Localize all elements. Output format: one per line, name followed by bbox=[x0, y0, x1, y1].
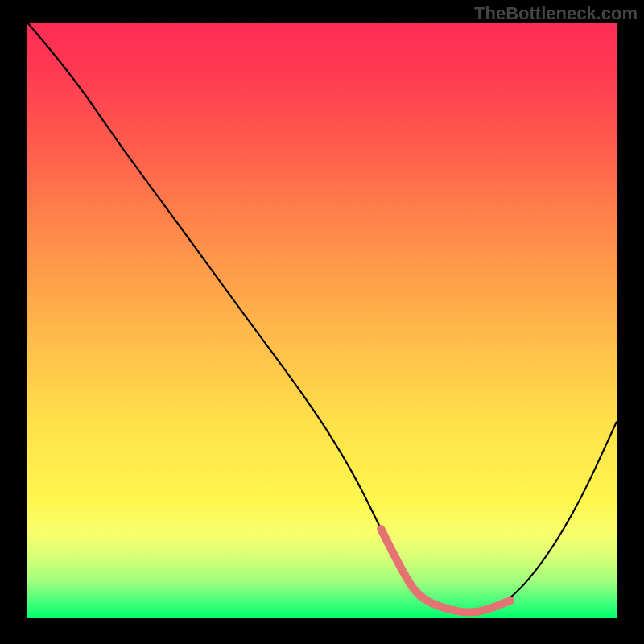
chart-frame: TheBottleneck.com bbox=[0, 0, 644, 644]
bottleneck-curve bbox=[27, 23, 617, 613]
watermark-text: TheBottleneck.com bbox=[474, 3, 638, 24]
highlight-segment bbox=[381, 529, 510, 613]
plot-area bbox=[27, 23, 617, 618]
curve-layer bbox=[27, 23, 617, 618]
